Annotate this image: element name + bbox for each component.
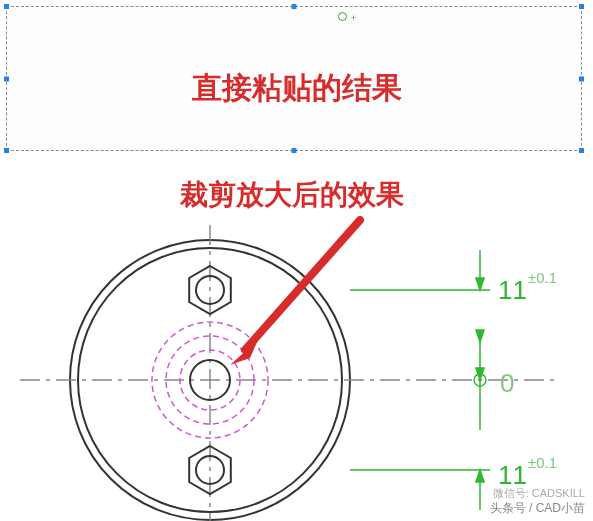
flange-drawing [20, 225, 560, 521]
dim-tolerance: ±0.1 [528, 454, 557, 471]
dim-value: 11 [498, 275, 527, 305]
watermark-line1: 微信号: CADSKILL [493, 486, 585, 501]
dim-tolerance: ±0.1 [528, 269, 557, 286]
dim-value: 0 [500, 368, 514, 398]
watermark-line2: 头条号 / CAD小苗 [490, 500, 585, 517]
svg-marker-15 [476, 278, 484, 290]
engineering-drawing [0, 0, 593, 521]
dimension-top: 11 ±0.1 [498, 275, 527, 306]
dimension-mid: 0 [500, 368, 514, 399]
svg-marker-21 [476, 470, 484, 482]
svg-marker-18 [476, 330, 484, 342]
annotation-arrow [230, 220, 360, 365]
svg-line-23 [245, 220, 360, 350]
